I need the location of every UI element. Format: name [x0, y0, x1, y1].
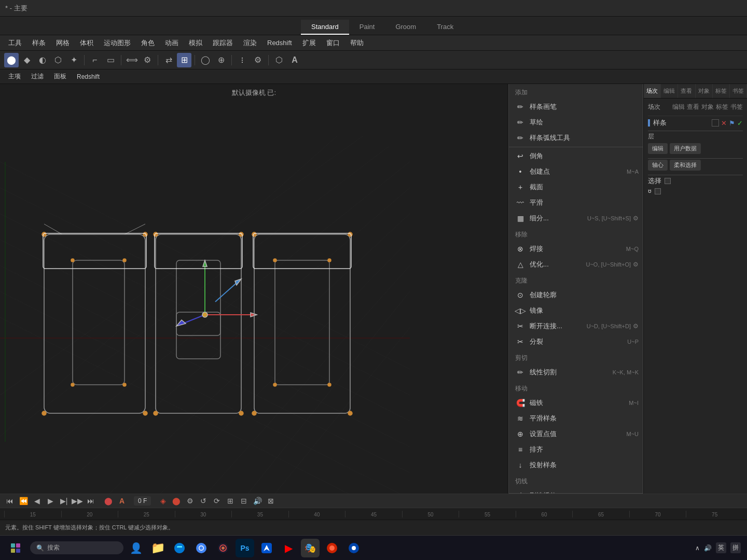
- rpanel-tab-书签[interactable]: 书签: [730, 84, 747, 98]
- menu-row-item[interactable]: 🧲磁铁M~I: [509, 395, 643, 411]
- timeline-sound-btn[interactable]: 🔊: [252, 495, 263, 507]
- taskbar-cinema4d-icon[interactable]: [214, 539, 232, 557]
- taskbar-folder-icon[interactable]: 📁: [148, 539, 167, 557]
- scene-edit-btn[interactable]: 编辑: [672, 103, 685, 111]
- top-tab-groom[interactable]: Groom: [385, 20, 426, 35]
- taskbar-render-icon[interactable]: [323, 539, 341, 557]
- menu-item-动画[interactable]: 动画: [161, 37, 183, 49]
- timeline-range-btn[interactable]: ⊞: [225, 495, 236, 507]
- menu-row-item[interactable]: ✏线性切割K~K, M~K: [509, 365, 643, 380]
- menu-row-item[interactable]: ✂断开连接...U~D, [U~Shift+D]⚙: [509, 318, 643, 334]
- top-tab-track[interactable]: Track: [426, 20, 464, 35]
- sub-menu-item-主项[interactable]: 主项: [4, 71, 25, 82]
- menu-item-渲染[interactable]: 渲染: [239, 37, 261, 49]
- taskbar-browser2-icon[interactable]: [344, 539, 363, 557]
- menu-item-模拟[interactable]: 模拟: [185, 37, 206, 49]
- toolbar-mesh-btn[interactable]: ⬡: [51, 53, 65, 67]
- timeline-rec-btn[interactable]: ⬤: [103, 495, 114, 507]
- taskbar-chrome-icon[interactable]: [192, 539, 211, 557]
- menu-row-item[interactable]: ⊙创建轮廓: [509, 287, 643, 303]
- rpanel-edit-btn[interactable]: 编辑: [648, 143, 668, 154]
- toolbar-target-btn[interactable]: ⊕: [214, 53, 228, 67]
- rpanel-tab-编辑[interactable]: 编辑: [661, 84, 678, 98]
- taskbar-edge-icon[interactable]: [170, 539, 189, 557]
- menu-row-item[interactable]: ✏样条弧线工具: [509, 130, 643, 146]
- rpanel-select-check1[interactable]: [665, 178, 671, 184]
- timeline-end-btn[interactable]: ⏭: [85, 495, 96, 507]
- toolbar-mirror-btn[interactable]: ⇄: [161, 53, 176, 67]
- toolbar-circle-btn[interactable]: ◯: [198, 53, 213, 67]
- toolbar-select-btn[interactable]: ⬤: [4, 53, 19, 67]
- taskbar-search[interactable]: 🔍 搜索: [30, 541, 123, 554]
- toolbar-rect-btn[interactable]: ▭: [103, 53, 118, 67]
- menu-row-item[interactable]: +截面: [509, 179, 643, 195]
- taskbar-blue-icon[interactable]: [257, 539, 276, 557]
- viewport[interactable]: 默认摄像机 已:: [0, 84, 508, 494]
- taskbar-lang-cn[interactable]: 拼: [730, 542, 741, 553]
- menu-item-体积[interactable]: 体积: [76, 37, 98, 49]
- menu-row-item[interactable]: ⊕设置点值M~U: [509, 426, 643, 442]
- taskbar-youtube-icon[interactable]: ▶: [279, 539, 298, 557]
- rpanel-select-check2[interactable]: [655, 188, 661, 194]
- taskbar-speaker-icon[interactable]: 🔊: [704, 544, 712, 552]
- timeline-anim-btn[interactable]: ⬤: [171, 495, 182, 507]
- rpanel-soft-select-btn[interactable]: 柔和选择: [670, 160, 701, 171]
- menu-row-gear-icon[interactable]: ⚙: [633, 215, 639, 222]
- menu-row-item[interactable]: ↩倒角: [509, 148, 643, 164]
- menu-item-帮助[interactable]: 帮助: [346, 37, 368, 49]
- taskbar-lang-en[interactable]: 英: [716, 542, 726, 553]
- taskbar-chevron-icon[interactable]: ∧: [695, 544, 700, 552]
- menu-item-Redshift[interactable]: Redshift: [263, 38, 296, 48]
- menu-row-item[interactable]: ▦细分...U~S, [U~Shift+S]⚙: [509, 211, 643, 226]
- menu-item-工具[interactable]: 工具: [4, 37, 26, 49]
- rpanel-tab-对象[interactable]: 对象: [696, 84, 713, 98]
- rpanel-userdata-btn[interactable]: 用户数据: [670, 143, 701, 154]
- timeline-range2-btn[interactable]: ⊟: [238, 495, 250, 507]
- sub-menu-item-面板[interactable]: 面板: [50, 71, 71, 82]
- menu-row-item[interactable]: ≋平滑样条: [509, 411, 643, 426]
- menu-row-item[interactable]: ✏草绘: [509, 115, 643, 130]
- timeline-next-btn[interactable]: ▶|: [58, 495, 70, 507]
- timeline-loop-btn[interactable]: ↺: [198, 495, 209, 507]
- scene-view-btn[interactable]: 查看: [687, 103, 699, 111]
- timeline-expand-btn[interactable]: ⊠: [265, 495, 276, 507]
- toolbar-edge-btn[interactable]: ◐: [35, 53, 50, 67]
- taskbar-dark-icon[interactable]: 🎭: [301, 539, 320, 557]
- toolbar-corner-btn[interactable]: ⌐: [88, 53, 102, 67]
- toolbar-star-btn[interactable]: ✦: [66, 53, 81, 67]
- toolbar-rot-btn[interactable]: ⚙: [140, 53, 155, 67]
- menu-row-item[interactable]: ✏样条画笔: [509, 99, 643, 115]
- timeline-prev-key-btn[interactable]: ⏪: [18, 495, 29, 507]
- toolbar-align-btn[interactable]: ⊞: [177, 53, 191, 67]
- toolbar-shield-btn[interactable]: ⬡: [272, 53, 286, 67]
- taskbar-person-icon[interactable]: 👤: [127, 539, 145, 557]
- menu-item-样条[interactable]: 样条: [28, 37, 50, 49]
- toolbar-A-btn[interactable]: A: [287, 53, 302, 67]
- menu-item-网格[interactable]: 网格: [52, 37, 74, 49]
- start-button[interactable]: [6, 539, 25, 557]
- menu-row-item[interactable]: •创建点M~A: [509, 164, 643, 179]
- menu-row-gear-icon[interactable]: ⚙: [633, 261, 639, 268]
- sub-menu-item-Redshift[interactable]: Redshift: [73, 72, 104, 81]
- timeline-key-btn[interactable]: ◈: [157, 495, 169, 507]
- menu-row-item[interactable]: ↓投射样条: [509, 457, 643, 473]
- toolbar-poly-btn[interactable]: ◆: [20, 53, 34, 67]
- menu-item-跟踪器[interactable]: 跟踪器: [209, 37, 237, 49]
- top-tab-paint[interactable]: Paint: [349, 20, 385, 35]
- toolbar-settings-btn[interactable]: ⚙: [251, 53, 265, 67]
- menu-item-窗口[interactable]: 窗口: [322, 37, 344, 49]
- timeline-next-key-btn[interactable]: ▶▶: [72, 495, 83, 507]
- menu-row-item[interactable]: ⊗焊接M~Q: [509, 241, 643, 257]
- menu-row-gear-icon[interactable]: ⚙: [633, 323, 639, 330]
- rpanel-tab-查看[interactable]: 查看: [678, 84, 695, 98]
- timeline-ruler[interactable]: 15202530354045505560657075: [0, 508, 747, 520]
- menu-row-item[interactable]: ✂分裂U~P: [509, 334, 643, 349]
- rpanel-tab-场次[interactable]: 场次: [644, 84, 661, 98]
- scene-bookmark-btn[interactable]: 书签: [730, 103, 743, 111]
- taskbar-photoshop-icon[interactable]: Ps: [236, 539, 254, 557]
- menu-item-角色[interactable]: 角色: [137, 37, 159, 49]
- toolbar-move-btn[interactable]: ⟺: [125, 53, 139, 67]
- scene-obj-btn[interactable]: 对象: [701, 103, 714, 111]
- menu-row-item[interactable]: ≡排齐: [509, 442, 643, 457]
- scene-tag-btn[interactable]: 标签: [716, 103, 728, 111]
